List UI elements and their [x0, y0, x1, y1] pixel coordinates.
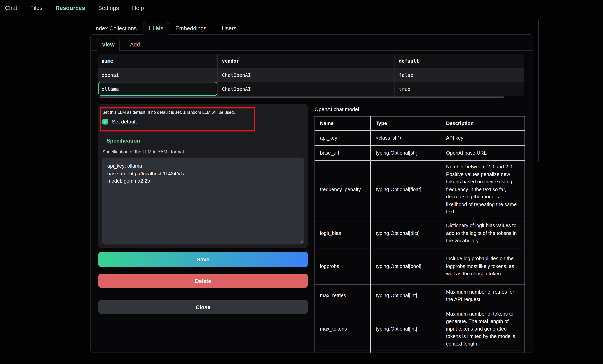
- param-name: frequency_penalty: [315, 160, 371, 218]
- param-row-api-key: api_key <class 'str'> API key: [315, 130, 525, 146]
- tab-index-collections[interactable]: Index Collections: [91, 22, 140, 34]
- view-add-tabs: View Add: [91, 34, 533, 51]
- nav-item-help[interactable]: Help: [132, 4, 144, 11]
- cell-name[interactable]: openai: [98, 68, 217, 82]
- param-row-max-retries: max_retries typing.Optional[int] Maximum…: [315, 284, 525, 307]
- param-row-clipped: [315, 351, 525, 353]
- delete-button[interactable]: Delete: [98, 274, 308, 288]
- param-description: OpenAI base URL: [441, 146, 525, 160]
- param-name: max_tokens: [315, 307, 371, 351]
- param-type: <class 'str'>: [371, 130, 441, 146]
- param-name: logit_bias: [315, 218, 371, 248]
- yaml-spec-textarea[interactable]: api_key: ollama base_url: http://localho…: [102, 158, 304, 245]
- params-header-type: Type: [371, 116, 441, 130]
- llm-detail-panel: Set this LLM as default. If no default i…: [98, 104, 308, 248]
- openai-params-table: Name Type Description api_key <class 'st…: [314, 116, 525, 353]
- params-header-row: Name Type Description: [315, 116, 525, 130]
- param-row-logit-bias: logit_bias typing.Optional[dict] Diction…: [315, 218, 525, 248]
- set-default-row: ✓ Set default: [102, 119, 137, 125]
- horizontal-scrollbar[interactable]: [99, 96, 504, 98]
- param-description: Include log probabilities on the logprob…: [441, 248, 525, 284]
- cell-vendor[interactable]: ChatOpenAI: [217, 68, 394, 82]
- column-header-name: name: [98, 54, 217, 68]
- app-window: Chat Files Resources Settings Help Index…: [0, 0, 603, 364]
- param-description: [441, 351, 525, 353]
- param-type: typing.Optional[bool]: [371, 248, 441, 284]
- param-type: [371, 351, 441, 353]
- param-name: max_retries: [315, 284, 371, 307]
- nav-item-settings[interactable]: Settings: [98, 4, 119, 11]
- tab-embeddings[interactable]: Embeddings: [172, 22, 210, 34]
- specification-heading: Specification: [107, 138, 140, 144]
- param-description: API key: [441, 130, 525, 146]
- llm-table-header: name vendor default: [98, 54, 524, 68]
- param-type: typing.Optional[str]: [371, 146, 441, 160]
- nav-item-chat[interactable]: Chat: [5, 4, 17, 11]
- param-row-frequency-penalty: frequency_penalty typing.Optional[float]…: [315, 160, 525, 218]
- resource-tabs: Index Collections LLMs Embeddings Users: [91, 22, 240, 34]
- set-default-label: Set default: [112, 119, 137, 125]
- column-header-default: default: [394, 54, 524, 68]
- specification-subtitle: Specification of the LLM in YAML format: [102, 149, 184, 155]
- nav-item-files[interactable]: Files: [30, 4, 43, 11]
- params-header-description: Description: [441, 116, 525, 130]
- param-row-base-url: base_url typing.Optional[str] OpenAI bas…: [315, 146, 525, 160]
- param-name: [315, 351, 371, 353]
- set-default-checkbox[interactable]: ✓: [102, 119, 108, 125]
- nav-item-resources[interactable]: Resources: [56, 4, 85, 11]
- param-description: Number between -2.0 and 2.0. Positive va…: [441, 160, 525, 218]
- param-type: typing.Optional[dict]: [371, 218, 441, 248]
- save-button[interactable]: Save: [98, 252, 308, 267]
- cell-default[interactable]: true: [394, 82, 524, 96]
- tab-view[interactable]: View: [97, 38, 119, 51]
- table-row-ollama[interactable]: ollama ChatOpenAI true: [98, 82, 524, 96]
- vertical-scrollbar[interactable]: [538, 20, 539, 161]
- param-description: Maximum number of retries for the API re…: [441, 284, 525, 307]
- tab-llms[interactable]: LLMs: [143, 22, 169, 34]
- set-default-hint: Set this LLM as default. If no default i…: [102, 110, 235, 114]
- cell-vendor[interactable]: ChatOpenAI: [217, 82, 394, 96]
- param-description: Dictionary of logit bias values to add t…: [441, 218, 525, 248]
- top-navigation: Chat Files Resources Settings Help: [0, 0, 603, 15]
- llm-list-table: name vendor default openai ChatOpenAI fa…: [98, 54, 524, 96]
- cell-name-selected[interactable]: ollama: [98, 82, 217, 96]
- column-header-vendor: vendor: [217, 54, 394, 68]
- param-type: typing.Optional[int]: [371, 284, 441, 307]
- param-type: typing.Optional[int]: [371, 307, 441, 351]
- param-row-max-tokens: max_tokens typing.Optional[int] Maximum …: [315, 307, 525, 351]
- param-type: typing.Optional[float]: [371, 160, 441, 218]
- param-description: Maximum number of tokens to generate. Th…: [441, 307, 525, 351]
- param-name: base_url: [315, 146, 371, 160]
- tab-add[interactable]: Add: [126, 38, 144, 51]
- param-name: api_key: [315, 130, 371, 146]
- table-row-openai[interactable]: openai ChatOpenAI false: [98, 68, 524, 82]
- resize-handle-icon[interactable]: [299, 239, 303, 243]
- cell-default[interactable]: false: [394, 68, 524, 82]
- tab-users[interactable]: Users: [219, 22, 240, 34]
- llms-panel: View Add name vendor default openai Chat…: [91, 34, 533, 353]
- close-button[interactable]: Close: [98, 300, 308, 314]
- params-panel-title: OpenAI chat model: [314, 107, 359, 112]
- params-header-name: Name: [315, 116, 371, 130]
- param-row-logprobs: logprobs typing.Optional[bool] Include l…: [315, 248, 525, 284]
- param-name: logprobs: [315, 248, 371, 284]
